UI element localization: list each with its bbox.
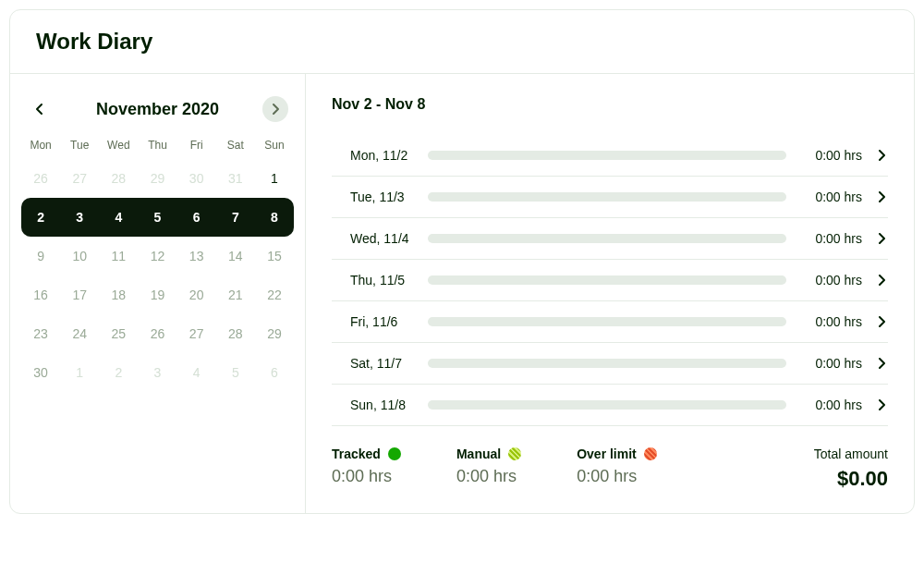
calendar-day[interactable]: 1 — [255, 159, 294, 198]
calendar-grid: MonTueWedThuFriSatSun2627282930311234567… — [21, 131, 294, 392]
calendar-dow: Thu — [138, 131, 176, 159]
tracked-dot-icon — [388, 447, 401, 460]
page-title: Work Diary — [36, 29, 888, 55]
calendar-day[interactable]: 4 — [99, 198, 138, 237]
calendar-day[interactable]: 11 — [99, 237, 138, 275]
tracked-label-row: Tracked — [332, 447, 401, 461]
calendar-day[interactable]: 27 — [177, 314, 216, 353]
day-row[interactable]: Wed, 11/40:00 hrs — [332, 218, 888, 260]
manual-label: Manual — [456, 447, 501, 461]
day-row-bar — [428, 234, 786, 243]
day-row-expand[interactable] — [875, 275, 888, 286]
day-row-expand[interactable] — [875, 233, 888, 244]
day-row-expand[interactable] — [875, 399, 888, 410]
day-row-label: Mon, 11/2 — [332, 148, 415, 163]
calendar-dow: Tue — [60, 131, 99, 159]
day-row[interactable]: Mon, 11/20:00 hrs — [332, 135, 888, 177]
calendar-day[interactable]: 23 — [21, 314, 60, 353]
calendar-day[interactable]: 13 — [177, 237, 216, 275]
calendar-day[interactable]: 3 — [138, 353, 176, 392]
calendar-day[interactable]: 2 — [21, 198, 60, 237]
calendar-day[interactable]: 21 — [216, 275, 255, 314]
calendar-day[interactable]: 25 — [99, 314, 138, 353]
calendar-day[interactable]: 6 — [255, 353, 294, 392]
calendar-day[interactable]: 24 — [60, 314, 99, 353]
calendar-day[interactable]: 27 — [60, 159, 99, 198]
calendar-day[interactable]: 7 — [216, 198, 255, 237]
calendar-dow: Fri — [177, 131, 216, 159]
day-row-label: Wed, 11/4 — [332, 231, 415, 246]
calendar-day[interactable]: 6 — [177, 198, 216, 237]
day-row[interactable]: Fri, 11/60:00 hrs — [332, 301, 888, 343]
calendar-day[interactable]: 29 — [138, 159, 176, 198]
calendar-day[interactable]: 30 — [21, 353, 60, 392]
calendar-day[interactable]: 5 — [138, 198, 176, 237]
calendar-day[interactable]: 14 — [216, 237, 255, 275]
summary-overlimit: Over limit 0:00 hrs — [577, 447, 657, 491]
day-row[interactable]: Sat, 11/70:00 hrs — [332, 343, 888, 385]
chevron-left-icon — [35, 103, 44, 116]
day-row-hours: 0:00 hrs — [799, 398, 862, 412]
calendar-day[interactable]: 17 — [60, 275, 99, 314]
day-row-expand[interactable] — [875, 358, 888, 369]
calendar-day[interactable]: 26 — [21, 159, 60, 198]
summary-row: Tracked 0:00 hrs Manual 0:00 hrs Over li… — [332, 426, 888, 491]
day-row-label: Thu, 11/5 — [332, 273, 415, 288]
calendar-day[interactable]: 1 — [60, 353, 99, 392]
calendar-day[interactable]: 2 — [99, 353, 138, 392]
calendar-day[interactable]: 19 — [138, 275, 176, 314]
chevron-right-icon — [878, 399, 885, 410]
day-row-hours: 0:00 hrs — [799, 190, 862, 204]
chevron-right-icon — [878, 150, 885, 161]
chevron-right-icon — [878, 275, 885, 286]
calendar-day[interactable]: 30 — [177, 159, 216, 198]
day-row[interactable]: Thu, 11/50:00 hrs — [332, 260, 888, 301]
calendar-dow: Mon — [21, 131, 60, 159]
manual-label-row: Manual — [456, 447, 521, 461]
summary-total: Total amount $0.00 — [814, 447, 888, 491]
calendar-day[interactable]: 4 — [177, 353, 216, 392]
calendar-day[interactable]: 9 — [21, 237, 60, 275]
day-row-expand[interactable] — [875, 150, 888, 161]
calendar-dow: Sat — [216, 131, 255, 159]
next-month-button[interactable] — [262, 96, 288, 122]
calendar-day[interactable]: 29 — [255, 314, 294, 353]
day-row-label: Sun, 11/8 — [332, 398, 415, 412]
calendar-day[interactable]: 16 — [21, 275, 60, 314]
calendar-month-label: November 2020 — [96, 100, 219, 119]
calendar-day[interactable]: 5 — [216, 353, 255, 392]
day-row-expand[interactable] — [875, 191, 888, 202]
card-header: Work Diary — [10, 10, 914, 74]
manual-dot-icon — [508, 447, 521, 460]
calendar-day[interactable]: 20 — [177, 275, 216, 314]
day-row-hours: 0:00 hrs — [799, 356, 862, 371]
work-diary-card: Work Diary November 2020 MonTueWedThuFri… — [9, 9, 915, 514]
calendar-day[interactable]: 15 — [255, 237, 294, 275]
day-list: Mon, 11/20:00 hrsTue, 11/30:00 hrsWed, 1… — [332, 135, 888, 426]
calendar-day[interactable]: 10 — [60, 237, 99, 275]
calendar-day[interactable]: 3 — [60, 198, 99, 237]
chevron-right-icon — [878, 358, 885, 369]
total-label: Total amount — [814, 447, 888, 461]
overlimit-dot-icon — [644, 447, 657, 460]
chevron-right-icon — [878, 316, 885, 327]
calendar-day[interactable]: 28 — [216, 314, 255, 353]
day-row[interactable]: Sun, 11/80:00 hrs — [332, 385, 888, 426]
calendar-day[interactable]: 26 — [138, 314, 176, 353]
day-row-hours: 0:00 hrs — [799, 273, 862, 288]
day-row-expand[interactable] — [875, 316, 888, 327]
total-value: $0.00 — [814, 467, 888, 491]
calendar-day[interactable]: 12 — [138, 237, 176, 275]
calendar-day[interactable]: 22 — [255, 275, 294, 314]
prev-month-button[interactable] — [27, 96, 53, 122]
day-row[interactable]: Tue, 11/30:00 hrs — [332, 177, 888, 218]
chevron-right-icon — [878, 191, 885, 202]
diary-panel: Nov 2 - Nov 8 Mon, 11/20:00 hrsTue, 11/3… — [306, 74, 914, 513]
calendar-day[interactable]: 28 — [99, 159, 138, 198]
calendar-day[interactable]: 31 — [216, 159, 255, 198]
day-row-label: Tue, 11/3 — [332, 190, 415, 204]
calendar-day[interactable]: 18 — [99, 275, 138, 314]
date-range-label: Nov 2 - Nov 8 — [332, 96, 888, 113]
day-row-bar — [428, 192, 786, 202]
calendar-day[interactable]: 8 — [255, 198, 294, 237]
